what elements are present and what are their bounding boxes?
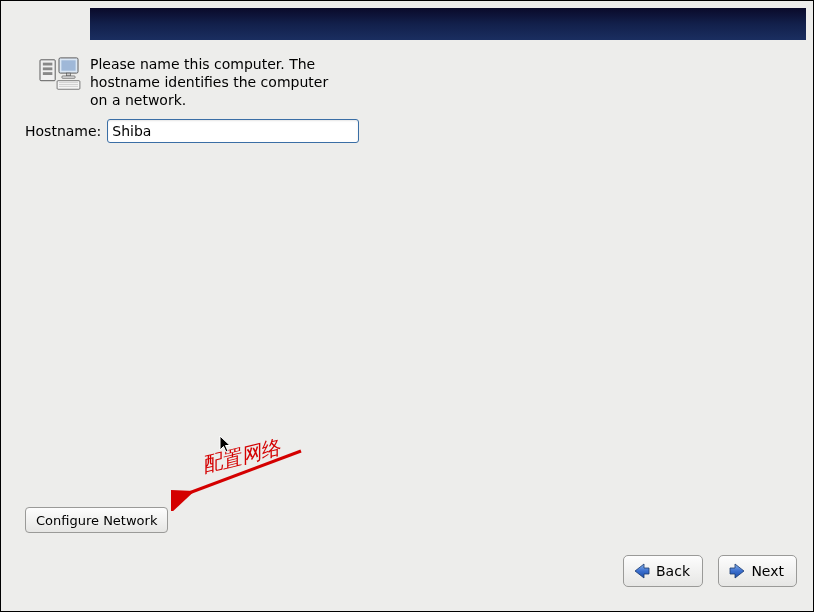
hostname-row: Hostname: bbox=[25, 119, 359, 143]
computer-network-icon bbox=[35, 56, 83, 94]
svg-rect-5 bbox=[61, 60, 75, 70]
mouse-cursor-icon bbox=[219, 435, 233, 455]
svg-rect-8 bbox=[57, 81, 80, 90]
intro-text: Please name this computer. The hostname … bbox=[90, 55, 350, 110]
svg-rect-6 bbox=[67, 73, 71, 76]
header-banner bbox=[90, 8, 806, 40]
svg-rect-3 bbox=[43, 72, 53, 75]
next-button-label: Next bbox=[751, 563, 784, 579]
annotation-text: 配置网络 bbox=[199, 434, 283, 480]
annotation-arrow bbox=[171, 441, 321, 511]
arrow-right-icon bbox=[727, 561, 747, 581]
svg-rect-1 bbox=[43, 63, 53, 66]
hostname-input[interactable] bbox=[107, 119, 359, 143]
back-button[interactable]: Back bbox=[623, 555, 703, 587]
configure-network-button[interactable]: Configure Network bbox=[25, 507, 168, 533]
next-button[interactable]: Next bbox=[718, 555, 797, 587]
svg-rect-7 bbox=[62, 76, 75, 78]
svg-rect-2 bbox=[43, 67, 53, 70]
arrow-left-icon bbox=[632, 561, 652, 581]
hostname-label: Hostname: bbox=[25, 123, 101, 139]
svg-line-12 bbox=[189, 451, 301, 493]
back-button-label: Back bbox=[656, 563, 690, 579]
